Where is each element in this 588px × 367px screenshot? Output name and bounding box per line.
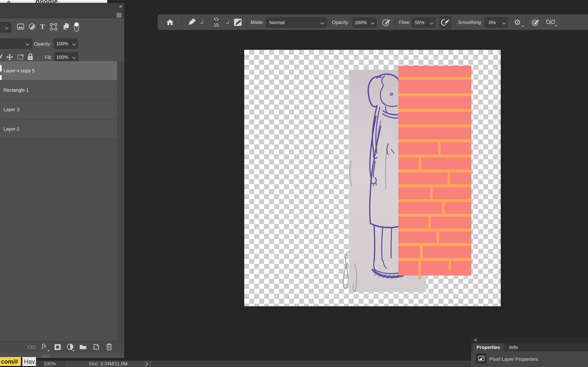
brush-tip-preview[interactable]: 15	[209, 17, 223, 28]
brush-scatter-icon	[212, 17, 220, 22]
blend-mode-select[interactable]	[0, 38, 32, 49]
new-layer-icon[interactable]	[93, 343, 99, 350]
opacity-field[interactable]: 100%	[353, 17, 377, 28]
mode-label: Mode:	[251, 20, 264, 25]
toggle-brush-panel-icon[interactable]	[233, 18, 242, 27]
brush-options-bar: 15 Mode: Normal Opacity: 100% Flow: 55%	[158, 15, 588, 30]
panel-resize-grip[interactable]	[41, 355, 51, 358]
lock-all-icon[interactable]	[27, 53, 33, 61]
zoom-level-field[interactable]: 100%	[36, 361, 65, 367]
background-browser-tab-bottom[interactable]: Hav.	[22, 357, 36, 366]
airbrush-toggle-button[interactable]	[439, 16, 451, 29]
doc-size-value: Doc: 3.34M/11.0M	[89, 361, 128, 367]
blend-opacity-row: Opacity: 100%	[0, 36, 124, 51]
pixel-layer-icon[interactable]	[476, 353, 487, 364]
opacity-label: Opacity:	[332, 20, 349, 25]
pressure-opacity-icon[interactable]	[382, 18, 391, 26]
filter-type-layers-icon[interactable]: T	[40, 23, 45, 31]
lock-artboard-icon[interactable]	[17, 54, 24, 60]
layer-row-layer-4-copy-5[interactable]: Layer 4 copy 5	[0, 61, 117, 81]
brush-size-value: 15	[209, 23, 223, 28]
layer-thumbnail-fragment	[0, 75, 2, 80]
new-adjustment-layer-icon[interactable]	[67, 343, 74, 350]
layers-bottom-bar: fx	[0, 342, 124, 352]
mode-value: Normal	[266, 20, 318, 25]
smoothing-label: Smoothing:	[458, 20, 482, 25]
pixel-layer-properties-label: Pixel Layer Properties	[489, 356, 538, 362]
layer-name[interactable]: Layer 1	[4, 126, 19, 132]
brush-tip-chevron[interactable]	[226, 21, 229, 24]
layer-opacity-field[interactable]: 100%	[54, 38, 78, 49]
properties-panel-header: ×	[471, 337, 588, 343]
lock-position-icon[interactable]	[6, 54, 13, 61]
flow-field[interactable]: 55%	[412, 17, 436, 28]
background-browser-url-chip: com/#	[0, 357, 21, 366]
add-layer-mask-icon[interactable]	[54, 344, 61, 350]
smoothing-options-gear-icon[interactable]: ⚙	[514, 18, 521, 26]
brush-preset-chevron[interactable]	[200, 21, 203, 24]
layers-panel: « T	[0, 3, 124, 358]
photoshop-workspace: google « T	[0, 0, 588, 367]
filter-adjustment-layers-icon[interactable]	[29, 23, 35, 30]
layer-row-layer-3[interactable]: Layer 3	[0, 100, 117, 119]
layers-scroll-gutter[interactable]	[117, 61, 124, 342]
link-layers-icon[interactable]	[27, 345, 36, 350]
smoothing-field[interactable]: 0%	[484, 17, 508, 28]
doc-size-section[interactable]: Doc: 3.34M/11.0M	[65, 361, 152, 367]
filter-toggle-icon[interactable]	[74, 22, 80, 33]
layer-name[interactable]: Layer 3	[4, 107, 19, 112]
flow-label: Flow:	[399, 20, 410, 25]
layer-row-rectangle-1[interactable]: Rectangle 1	[0, 81, 117, 100]
document-canvas[interactable]	[244, 50, 501, 306]
canvas-artwork	[244, 50, 501, 306]
adjustment-caret	[73, 350, 75, 352]
panel-menu-icon[interactable]	[116, 13, 122, 18]
layer-style-icon[interactable]: fx	[42, 342, 46, 350]
properties-tab-bar: Properties Info	[471, 343, 588, 351]
status-chevron-icon[interactable]	[144, 362, 148, 366]
document-status-bar: 100% Doc: 3.34M/11.0M	[36, 361, 471, 367]
mode-select[interactable]: Normal	[266, 17, 327, 28]
collapse-panels-icon[interactable]: «	[119, 3, 122, 9]
browser-edge	[0, 366, 36, 367]
tab-info[interactable]: Info	[506, 343, 521, 351]
tab-title-fragment: Hav.	[23, 358, 36, 365]
filter-pixel-layers-icon[interactable]	[17, 24, 24, 30]
layer-name[interactable]: Layer 4 copy 5	[4, 68, 35, 74]
opacity-label: Opacity:	[34, 41, 51, 47]
filter-smart-objects-icon[interactable]	[63, 23, 69, 30]
brick-rectangle-layer	[398, 66, 471, 279]
filter-type-select[interactable]	[0, 22, 11, 33]
fill-label: Fill:	[45, 55, 52, 60]
gear-caret	[522, 25, 524, 27]
home-icon[interactable]	[166, 19, 174, 26]
panel-group-header: «	[0, 3, 124, 11]
brush-tool-icon[interactable]	[187, 17, 197, 27]
zoom-level-value: 100%	[44, 361, 56, 367]
paint-symmetry-butterfly-icon[interactable]	[546, 18, 555, 27]
url-fragment: com/#	[0, 358, 18, 365]
tab-properties[interactable]: Properties	[472, 343, 504, 351]
layer-name[interactable]: Rectangle 1	[4, 87, 29, 93]
filter-shape-layers-icon[interactable]	[50, 23, 57, 30]
airbrush-icon	[441, 19, 450, 26]
layer-fill-field[interactable]: 100%	[54, 52, 78, 62]
layers-panel-tab-bar	[0, 11, 124, 18]
properties-panel-body: Pixel Layer Properties	[471, 351, 588, 367]
symmetry-caret	[555, 25, 557, 26]
properties-panel: × Properties Info Pixel Layer Properties	[471, 337, 588, 367]
close-icon[interactable]: ×	[474, 337, 477, 343]
delete-layer-icon[interactable]	[106, 343, 112, 351]
lock-image-pixels-icon[interactable]	[0, 54, 2, 60]
layer-thumbnail-fragment	[0, 65, 2, 71]
layer-style-caret	[47, 350, 49, 352]
pressure-size-icon[interactable]	[531, 18, 540, 26]
layer-row-layer-1[interactable]: Layer 1	[0, 119, 117, 139]
layer-filter-row: T	[0, 18, 124, 36]
new-group-icon[interactable]	[79, 344, 87, 350]
